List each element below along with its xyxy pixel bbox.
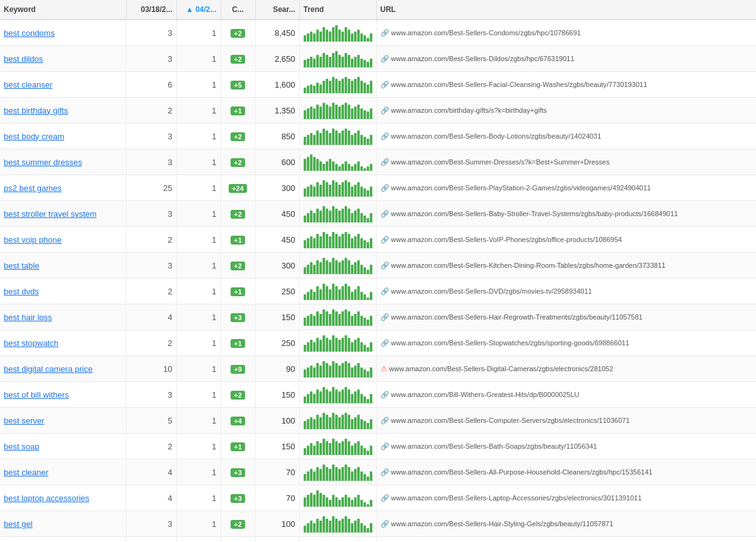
trend-bar — [357, 209, 360, 222]
url-text[interactable]: www.amazon.com/Best-Sellers-Stopwatches/… — [391, 339, 629, 347]
search-volume: 1,350 — [255, 98, 299, 124]
url-text[interactable]: www.amazon.com/Best-Sellers-Kitchen-Dini… — [391, 262, 666, 269]
change-badge: +1 — [231, 107, 245, 115]
trend-cell — [299, 304, 376, 330]
keyword-link[interactable]: best of bill withers — [4, 390, 69, 400]
url-text[interactable]: www.amazon.com/Best-Sellers-Hair-Regrowt… — [391, 313, 643, 321]
keyword-link[interactable]: best laptop accessories — [4, 493, 89, 503]
keyword-link[interactable]: best stroller travel system — [4, 209, 96, 219]
trend-bar — [367, 62, 369, 67]
keyword-link[interactable]: best birthday gifts — [4, 106, 68, 115]
trend-bar — [307, 108, 309, 119]
header-url[interactable]: URL — [376, 0, 756, 20]
url-text[interactable]: www.amazon.com/Best-Sellers-DVD/zgbs/mov… — [391, 287, 592, 295]
header-prev[interactable]: 03/18/2... — [126, 0, 176, 20]
trend-bar — [335, 389, 338, 403]
change-badge: +3 — [231, 494, 245, 503]
url-text[interactable]: www.amazon.com/Best-Sellers-Facial-Clean… — [391, 81, 648, 88]
keyword-link[interactable]: best soap — [4, 442, 39, 451]
keyword-link[interactable]: best gel — [4, 519, 33, 529]
prev-rank: 3 — [126, 511, 176, 537]
url-text[interactable]: www.amazon.com/Best-Summer-Dresses/s?k=B… — [391, 158, 610, 166]
warning-icon: ⚠ — [381, 364, 387, 373]
trend-bar — [326, 182, 328, 197]
url-text[interactable]: www.amazon.com/Best-Sellers-PlayStation-… — [391, 184, 651, 192]
keyword-link[interactable]: best digital camera price — [4, 364, 93, 374]
url-text[interactable]: www.amazon.com/Best-Sellers-VoIP-Phones/… — [391, 236, 622, 243]
keyword-link[interactable]: best table — [4, 261, 39, 270]
url-text[interactable]: www.amazon.com/Best-Sellers-Baby-Strolle… — [391, 210, 679, 217]
keyword-link[interactable]: best server — [4, 416, 44, 425]
keyword-link[interactable]: best dvds — [4, 287, 39, 296]
header-cur[interactable]: ▲ 04/2... — [176, 0, 220, 20]
cur-rank: 1 — [176, 227, 220, 253]
url-text[interactable]: www.amazon.com/Best-Sellers-Dildos/zgbs/… — [391, 55, 575, 62]
keyword-link[interactable]: best stopwatch — [4, 338, 59, 348]
header-search[interactable]: Sear... — [255, 0, 299, 20]
trend-bar — [341, 467, 344, 481]
trend-bar — [304, 497, 306, 507]
trend-bar — [304, 526, 306, 533]
header-trend[interactable]: Trend — [299, 0, 376, 20]
url-text[interactable]: www.amazon.com/birthday-gifts/s?k=birthd… — [391, 107, 547, 114]
url-text[interactable]: www.amazon.com/Best-Sellers-All-Purpose-… — [391, 468, 653, 476]
trend-bar — [316, 260, 319, 274]
keyword-link[interactable]: best condoms — [4, 28, 55, 38]
trend-bar — [332, 335, 335, 352]
trend-bar — [335, 164, 338, 171]
trend-bar — [370, 265, 372, 274]
trend-bar — [357, 55, 360, 67]
url-text[interactable]: www.amazon.com/Best-Sellers-Hair-Styling… — [391, 520, 614, 528]
keyword-link[interactable]: best dildos — [4, 54, 43, 64]
trend-cell — [299, 511, 376, 537]
keyword-link[interactable]: best body cream — [4, 132, 64, 141]
sort-arrow-icon: ▲ — [186, 5, 193, 14]
trend-cell — [299, 98, 376, 124]
url-text[interactable]: www.amazon.com/Best-Sellers-Body-Lotions… — [391, 132, 602, 140]
trend-bar — [345, 53, 347, 67]
trend-bar — [313, 523, 316, 533]
url-cell: 🔗www.amazon.com/Best-Sellers-Bath-Soaps/… — [376, 434, 756, 459]
trend-bar — [304, 137, 306, 145]
cur-rank: 1 — [176, 434, 220, 459]
table-row: best condoms31+28,450🔗www.amazon.com/Bes… — [0, 20, 756, 46]
trend-bar — [307, 135, 309, 145]
url-text[interactable]: www.amazon.com/Bill-Withers-Greatest-Hit… — [391, 391, 580, 398]
trend-bar — [329, 262, 331, 274]
trend-bar — [332, 309, 335, 326]
trend-bar — [348, 286, 350, 300]
trend-bar — [332, 495, 335, 507]
header-change[interactable]: C... — [220, 0, 255, 20]
url-text[interactable]: www.amazon.com/Best-Sellers-Laptop-Acces… — [391, 494, 642, 502]
trend-bar — [367, 218, 369, 222]
trend-bar — [307, 342, 309, 352]
keyword-link[interactable]: best hair loss — [4, 313, 52, 322]
search-volume: 300 — [255, 175, 299, 201]
keyword-link[interactable]: best cleanser — [4, 80, 52, 89]
trend-bar — [329, 32, 331, 42]
search-volume: 150 — [255, 382, 299, 408]
trend-bar — [367, 476, 369, 481]
keyword-link[interactable]: best voip phone — [4, 235, 62, 245]
trend-bar — [357, 363, 360, 378]
trend-chart — [304, 308, 372, 326]
search-volume: 90 — [255, 356, 299, 382]
url-text[interactable]: www.amazon.com/Best-Sellers-Bath-Soaps/z… — [391, 442, 597, 450]
trend-bar — [348, 164, 350, 171]
url-text[interactable]: www.amazon.com/Best-Sellers-Condoms/zgbs… — [391, 29, 581, 37]
trend-bar — [316, 311, 319, 326]
trend-bar — [307, 157, 309, 171]
trend-bar — [367, 38, 369, 42]
keyword-link[interactable]: best summer dresses — [4, 158, 82, 167]
keyword-link[interactable]: best cleaner — [4, 468, 49, 477]
url-text[interactable]: www.amazon.com/Best-Sellers-Computer-Ser… — [391, 417, 630, 424]
trend-bar — [348, 389, 350, 403]
header-keyword[interactable]: Keyword — [0, 0, 126, 20]
trend-cell — [299, 46, 376, 72]
trend-bar — [307, 187, 309, 197]
url-text[interactable]: www.amazon.com/Best-Sellers-Digital-Came… — [389, 365, 614, 372]
trend-bar — [313, 59, 316, 67]
trend-chart — [304, 257, 372, 274]
trend-bar — [316, 234, 319, 248]
keyword-link[interactable]: ps2 best games — [4, 183, 62, 193]
